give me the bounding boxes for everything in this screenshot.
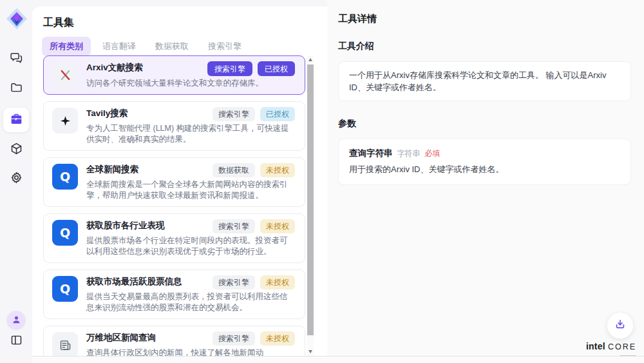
sidebar-item-chat[interactable]	[3, 46, 29, 71]
tool-card-title: 万维地区新闻查询	[86, 331, 156, 344]
tool-category-tag: 数据获取	[213, 163, 255, 177]
tool-category-tag: 搜索引擎	[213, 107, 255, 121]
tool-card[interactable]: Q 获取股市各行业表现 搜索引擎 未授权 提供股票市场各个行业在特定时间段内的表…	[43, 213, 305, 263]
tool-card-description: 提供股票市场各个行业在特定时间段内的表现。投资者可以利用这些信息来识别表现优于或…	[86, 235, 295, 257]
left-rail	[0, 0, 32, 363]
intro-heading: 工具介绍	[338, 41, 631, 52]
tool-category-tag: 搜索引擎	[213, 275, 255, 289]
tool-card-title: 获取股市各行业表现	[86, 219, 165, 231]
tool-auth-tag[interactable]: 已授权	[260, 107, 295, 121]
param-required-badge: 必填	[425, 148, 440, 159]
quark-q-icon: Q	[52, 220, 78, 246]
sidebar-item-files[interactable]	[3, 76, 29, 101]
arxiv-x-icon	[52, 62, 78, 88]
tool-card-description: 提供当天交易量最高的股票列表，投资者可以利用这些信息来识别流动性强的股票和潜在的…	[86, 291, 295, 313]
tool-card-title: Arxiv文献搜索	[86, 61, 143, 74]
list-scrollbar[interactable]	[307, 55, 314, 357]
app-logo	[5, 7, 28, 30]
tool-card-title: 全球新闻搜索	[86, 163, 138, 175]
window-bottom-edge	[0, 356, 644, 363]
quark-q-icon: Q	[52, 164, 78, 190]
tool-card-title: 获取市场最活跃股票信息	[86, 275, 182, 288]
sidebar-item-models[interactable]	[3, 137, 29, 162]
panels-icon	[10, 333, 23, 349]
tool-card-list: Arxiv文献搜索 搜索引擎 已授权 访问各个研究领域大量科学论文和文章的存储库…	[43, 55, 305, 357]
tool-auth-tag[interactable]: 未授权	[260, 331, 295, 346]
tab-语言翻译[interactable]: 语言翻译	[95, 37, 144, 56]
newspaper-icon	[52, 332, 78, 357]
tool-card[interactable]: Q 获取市场最活跃股票信息 搜索引擎 未授权 提供当天交易量最高的股票列表，投资…	[43, 270, 305, 319]
tool-card[interactable]: 万维地区新闻查询 搜索引擎 未授权 查询具体行政区划内的新闻，快速了解各地新闻动	[43, 326, 305, 357]
tool-card[interactable]: Tavily搜索 搜索引擎 已授权 专为人工智能代理 (LLM) 构建的搜索引擎…	[43, 101, 305, 151]
tool-details-panel: 工具详情 工具介绍 一个用于从Arxiv存储库搜索科学论文和文章的工具。 输入可…	[327, 0, 644, 363]
sidebar-item-layout[interactable]	[3, 329, 29, 353]
tool-card-description: 访问各个研究领域大量科学论文和文章的存储库。	[86, 78, 295, 89]
tool-card-description: 查询具体行政区划内的新闻，快速了解各地新闻动	[86, 348, 295, 357]
sidebar-item-settings[interactable]	[3, 166, 29, 191]
quark-q-icon: Q	[52, 276, 78, 302]
tool-card[interactable]: Arxiv文献搜索 搜索引擎 已授权 访问各个研究领域大量科学论文和文章的存储库…	[43, 55, 305, 95]
tool-category-tag: 搜索引擎	[213, 331, 255, 346]
folder-icon	[10, 81, 23, 97]
tool-card-title: Tavily搜索	[86, 107, 128, 119]
avatar	[6, 311, 26, 330]
gear-icon	[10, 171, 23, 187]
param-description: 用于搜索的Arxiv ID、关键字或作者姓名。	[349, 164, 620, 175]
intro-text: 一个用于从Arxiv存储库搜索科学论文和文章的工具。 输入可以是Arxiv ID…	[349, 69, 620, 93]
tab-所有类别[interactable]: 所有类别	[42, 37, 91, 56]
sidebar-item-tools[interactable]	[3, 108, 29, 132]
intel-brand-text: intel	[586, 341, 605, 351]
tool-category-tag: 搜索引擎	[213, 219, 255, 233]
user-icon	[11, 314, 22, 328]
tool-auth-tag[interactable]: 未授权	[260, 219, 295, 233]
download-button[interactable]	[607, 313, 633, 338]
param-card: 查询字符串 字符串 必填 用于搜索的Arxiv ID、关键字或作者姓名。	[338, 139, 631, 185]
scrollbar-thumb[interactable]	[307, 64, 314, 335]
tavily-star-icon	[52, 108, 78, 133]
tool-card-description: 专为人工智能代理 (LLM) 构建的搜索引擎工具，可快速提供实时、准确和真实的结…	[86, 123, 295, 145]
scroll-up-arrow[interactable]	[307, 55, 314, 63]
category-tabs: 所有类别语言翻译数据获取搜索引擎	[42, 37, 249, 56]
tab-数据获取[interactable]: 数据获取	[147, 37, 196, 56]
details-title: 工具详情	[338, 13, 631, 25]
param-type: 字符串	[397, 148, 421, 159]
tool-card[interactable]: Q 全球新闻搜索 数据获取 未授权 全球新闻搜索是一个聚合全球各大新闻网站内容的…	[43, 157, 305, 207]
tool-card-description: 全球新闻搜索是一个聚合全球各大新闻网站内容的搜索引擎，帮助用户快速获取全球最新资…	[86, 179, 295, 201]
package-icon	[10, 142, 23, 158]
tools-panel: 工具集 所有类别语言翻译数据获取搜索引擎 Arxiv文献搜索 搜索引擎 已授权 …	[32, 6, 327, 357]
chat-icon	[10, 51, 23, 67]
tab-搜索引擎[interactable]: 搜索引擎	[200, 37, 249, 56]
tool-category-tag: 搜索引擎	[207, 61, 252, 76]
tool-auth-tag[interactable]: 未授权	[260, 275, 295, 289]
intro-card: 一个用于从Arxiv存储库搜索科学论文和文章的工具。 输入可以是Arxiv ID…	[338, 61, 631, 101]
page-title: 工具集	[43, 16, 74, 30]
core-brand-text: core	[608, 342, 636, 351]
tool-auth-tag[interactable]: 已授权	[258, 61, 295, 76]
download-icon	[614, 318, 627, 333]
scroll-down-arrow[interactable]	[307, 348, 314, 355]
toolbox-icon	[10, 112, 23, 128]
params-heading: 参数	[338, 118, 631, 130]
param-name: 查询字符串	[349, 148, 393, 159]
tool-auth-tag[interactable]: 未授权	[260, 163, 295, 177]
